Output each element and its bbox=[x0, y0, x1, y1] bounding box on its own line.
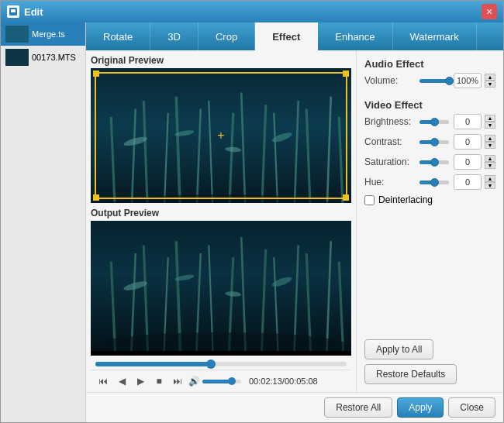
hue-spinner: ▲ ▼ bbox=[485, 175, 495, 189]
file-thumb-mts bbox=[5, 49, 29, 66]
contrast-value: 0 bbox=[454, 134, 482, 150]
crop-handle-tl[interactable] bbox=[93, 70, 99, 77]
window-title: Edit bbox=[24, 6, 482, 18]
volume-area: 🔊 bbox=[188, 376, 241, 387]
crop-center-icon: + bbox=[217, 129, 224, 143]
crop-handle-br[interactable] bbox=[343, 194, 349, 201]
output-plant-svg bbox=[91, 221, 351, 351]
preview-column: Original Preview bbox=[86, 50, 356, 392]
contrast-slider[interactable] bbox=[419, 140, 449, 144]
volume-slider-thumb[interactable] bbox=[445, 77, 454, 85]
brightness-thumb[interactable] bbox=[430, 118, 439, 126]
progress-track[interactable] bbox=[95, 362, 347, 366]
volume-thumb[interactable] bbox=[228, 377, 236, 385]
deinterlacing-label: Deinterlacing bbox=[378, 194, 433, 205]
hue-down[interactable]: ▼ bbox=[485, 182, 495, 189]
file-name-mts: 00173.MTS bbox=[32, 53, 76, 62]
video-effect-title: Video Effect bbox=[364, 99, 495, 111]
original-preview-label: Original Preview bbox=[91, 55, 351, 66]
volume-label: Volume: bbox=[364, 75, 415, 86]
original-video-scene: + bbox=[91, 68, 351, 203]
saturation-spinner: ▲ ▼ bbox=[485, 155, 495, 169]
contrast-down[interactable]: ▼ bbox=[485, 142, 495, 149]
file-item-mts[interactable]: 00173.MTS bbox=[1, 46, 85, 69]
svg-rect-1 bbox=[11, 9, 16, 12]
volume-value: 100% bbox=[454, 73, 482, 88]
previews-area: Original Preview bbox=[86, 50, 503, 392]
volume-track[interactable] bbox=[202, 380, 241, 383]
file-thumb bbox=[5, 26, 29, 43]
volume-control-row: Volume: 100% ▲ ▼ bbox=[364, 73, 495, 88]
contrast-thumb[interactable] bbox=[430, 138, 439, 146]
saturation-slider[interactable] bbox=[419, 160, 449, 164]
saturation-up[interactable]: ▲ bbox=[485, 155, 495, 162]
restore-defaults-button[interactable]: Restore Defaults bbox=[364, 364, 457, 384]
hue-thumb[interactable] bbox=[430, 178, 439, 187]
content-area: Merge.ts 00173.MTS Rotate 3D Crop bbox=[1, 22, 503, 422]
deinterlacing-row: Deinterlacing bbox=[364, 194, 495, 205]
right-panel: Audio Effect Volume: 100% ▲ ▼ bbox=[356, 50, 503, 392]
right-bottom-buttons: Apply to All Restore Defaults bbox=[364, 339, 495, 384]
contrast-row: Contrast: 0 ▲ ▼ bbox=[364, 134, 495, 150]
hue-slider[interactable] bbox=[419, 181, 449, 184]
saturation-thumb[interactable] bbox=[430, 158, 439, 167]
saturation-value: 0 bbox=[454, 154, 482, 170]
close-button[interactable]: × bbox=[482, 4, 497, 19]
tab-crop[interactable]: Crop bbox=[198, 22, 255, 50]
crop-handle-bl[interactable] bbox=[93, 194, 99, 201]
volume-slider[interactable] bbox=[419, 79, 449, 83]
tab-effect[interactable]: Effect bbox=[255, 22, 318, 50]
brightness-value: 0 bbox=[454, 114, 482, 129]
skip-back-button[interactable]: ⏮ bbox=[95, 373, 111, 389]
apply-button[interactable]: Apply bbox=[397, 397, 444, 418]
volume-down[interactable]: ▼ bbox=[485, 81, 495, 88]
deinterlacing-checkbox[interactable] bbox=[364, 195, 375, 205]
output-preview-label: Output Preview bbox=[91, 208, 351, 218]
title-bar: Edit × bbox=[1, 1, 503, 22]
restore-all-button[interactable]: Restore All bbox=[324, 397, 392, 418]
brightness-down[interactable]: ▼ bbox=[485, 122, 495, 129]
tab-rotate[interactable]: Rotate bbox=[86, 22, 150, 50]
output-preview-box bbox=[91, 221, 351, 356]
brightness-label: Brightness: bbox=[364, 116, 415, 127]
time-display: 00:02:13/00:05:08 bbox=[249, 377, 318, 386]
hue-row: Hue: 0 ▲ ▼ bbox=[364, 174, 495, 190]
audio-effect-section: Audio Effect Volume: 100% ▲ ▼ bbox=[364, 58, 495, 93]
hue-label: Hue: bbox=[364, 177, 415, 187]
contrast-up[interactable]: ▲ bbox=[485, 135, 495, 142]
file-item-merge[interactable]: Merge.ts bbox=[1, 22, 85, 46]
edit-window: Edit × Merge.ts 00173.MTS Rotate bbox=[0, 0, 504, 423]
volume-up[interactable]: ▲ bbox=[485, 74, 495, 81]
controls-row: ⏮ ◀ ▶ ■ ⏭ 🔊 00:02:13 bbox=[91, 370, 351, 392]
output-video-scene bbox=[91, 221, 351, 356]
progress-thumb[interactable] bbox=[206, 359, 216, 369]
tab-watermark[interactable]: Watermark bbox=[393, 22, 477, 50]
tabs-row: Rotate 3D Crop Effect Enhance Watermark bbox=[86, 22, 503, 50]
bottom-buttons: Restore All Apply Close bbox=[86, 392, 503, 422]
contrast-spinner: ▲ ▼ bbox=[485, 135, 495, 149]
play-back-button[interactable]: ◀ bbox=[114, 373, 129, 389]
video-effect-section: Video Effect Brightness: 0 ▲ ▼ bbox=[364, 99, 495, 205]
progress-fill bbox=[95, 362, 209, 366]
apply-to-all-button[interactable]: Apply to All bbox=[364, 339, 433, 359]
close-dialog-button[interactable]: Close bbox=[448, 397, 495, 418]
contrast-label: Contrast: bbox=[364, 136, 415, 147]
app-icon bbox=[7, 5, 19, 18]
crop-handle-tr[interactable] bbox=[343, 70, 349, 77]
stop-button[interactable]: ■ bbox=[151, 373, 167, 389]
tab-3d[interactable]: 3D bbox=[150, 22, 198, 50]
saturation-down[interactable]: ▼ bbox=[485, 162, 495, 169]
play-button[interactable]: ▶ bbox=[133, 373, 148, 389]
file-name-merge: Merge.ts bbox=[32, 29, 65, 39]
svg-rect-45 bbox=[91, 221, 351, 351]
tab-enhance[interactable]: Enhance bbox=[318, 22, 392, 50]
saturation-label: Saturation: bbox=[364, 156, 415, 167]
saturation-row: Saturation: 0 ▲ ▼ bbox=[364, 154, 495, 170]
brightness-up[interactable]: ▲ bbox=[485, 115, 495, 122]
brightness-slider[interactable] bbox=[419, 120, 449, 124]
volume-fill bbox=[202, 380, 230, 383]
skip-fwd-button[interactable]: ⏭ bbox=[170, 373, 185, 389]
hue-up[interactable]: ▲ bbox=[485, 175, 495, 182]
volume-spinner: ▲ ▼ bbox=[485, 74, 495, 88]
volume-icon: 🔊 bbox=[188, 376, 200, 387]
